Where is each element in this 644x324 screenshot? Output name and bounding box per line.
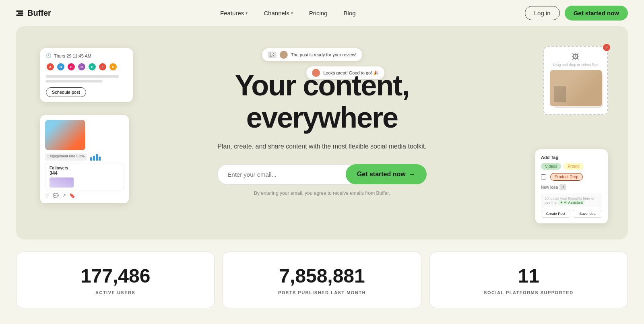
hero-disclaimer: By entering your email, you agree to rec… [217, 190, 426, 196]
drag-image-preview [550, 70, 602, 106]
add-tag-title: Add Tag [541, 155, 602, 160]
new-idea-label: New Idea [541, 185, 558, 190]
get-started-hero-button[interactable]: Get started now → [346, 164, 427, 184]
drag-badge: 2 [603, 44, 610, 51]
avatar: C [67, 62, 76, 71]
tag-footer: Create Post Save Idea [541, 210, 602, 218]
image-icon: 🖼 [550, 53, 601, 61]
videos-tag[interactable]: Videos [541, 163, 561, 170]
line-placeholder [46, 80, 103, 83]
email-input[interactable] [217, 164, 357, 185]
stat-number-platforms: 11 [440, 265, 618, 287]
avatar: G [109, 62, 118, 71]
nav-right: Log in Get started now [525, 6, 628, 21]
stat-label-users: ACTIVE USERS [26, 290, 204, 295]
drag-drop-area[interactable]: 🖼 Drag and drop or select files 2 [543, 46, 608, 115]
followers-box: Followers 344 [45, 163, 124, 190]
product-drop-checkbox[interactable] [541, 173, 546, 181]
avatar: A [46, 62, 55, 71]
add-tag-widget: Add Tag Videos Promo Product Drop New Id… [535, 149, 608, 223]
hero-cta-row: Get started now → [217, 164, 426, 185]
jot-textarea: Jot down your thoughts here or use the ✦… [541, 194, 602, 207]
save-idea-button[interactable]: Save Idea [573, 210, 602, 218]
share-icon: ↗ [62, 193, 66, 198]
hero-subtitle: Plan, create, and share content with the… [217, 142, 426, 151]
clock-icon: 🕐 [46, 53, 52, 58]
stat-number-posts: 7,858,881 [233, 265, 411, 287]
hero-content: Your content, everywhere Plan, create, a… [217, 70, 426, 196]
logo[interactable]: Buffer [16, 8, 51, 18]
drag-drop-widget: 🖼 Drag and drop or select files 2 [543, 46, 608, 118]
hero-title: Your content, everywhere [217, 70, 426, 133]
social-image [45, 120, 85, 150]
stat-card-posts: 7,858,881 POSTS PUBLISHED LAST MONTH [223, 252, 421, 308]
ai-assistant-badge[interactable]: ✦ AI Assistant [557, 200, 585, 205]
followers-label: Followers [50, 166, 120, 170]
arrow-icon: → [409, 171, 415, 178]
avatar: B [56, 62, 65, 71]
stat-card-platforms: 11 SOCIAL PLATFORMS SUPPORTED [429, 252, 628, 308]
get-started-nav-button[interactable]: Get started now [565, 6, 628, 21]
buffer-logo-icon [16, 10, 23, 16]
nav-channels[interactable]: Channels ▾ [257, 6, 299, 20]
navbar: Buffer Features ▾ Channels ▾ Pricing Blo… [0, 0, 644, 26]
image-element [554, 86, 566, 102]
bookmark-icon: 🔖 [69, 193, 75, 198]
idea-icon: ↺ [559, 184, 566, 190]
action-icons-row: ♡ 💬 ↗ 🔖 [45, 193, 124, 198]
nav-features[interactable]: Features ▾ [214, 6, 254, 20]
stat-label-platforms: SOCIAL PLATFORMS SUPPORTED [440, 290, 618, 295]
review-bubble-1: 💬 The post is ready for your review! [262, 48, 362, 61]
new-idea-row: New Idea ↺ [541, 184, 602, 190]
promo-tag[interactable]: Promo [564, 163, 583, 170]
logo-text: Buffer [27, 8, 51, 18]
avatar: E [88, 62, 97, 71]
avatar-row: A B C D E F G [46, 62, 127, 71]
schedule-time: 🕐 Thurs 29 11:45 AM [46, 53, 127, 58]
followers-count: 344 [50, 170, 120, 176]
stats-section: 177,486 ACTIVE USERS 7,858,881 POSTS PUB… [16, 252, 628, 308]
stat-number-users: 177,486 [26, 265, 204, 287]
chevron-down-icon: ▾ [246, 11, 248, 15]
avatar: D [77, 62, 86, 71]
nav-blog[interactable]: Blog [337, 6, 362, 20]
hero-section: 🕐 Thurs 29 11:45 AM A B C D E F G Schedu… [16, 26, 628, 239]
followers-chart [50, 177, 74, 188]
product-drop-tag[interactable]: Product Drop [550, 173, 583, 181]
drag-drop-text: Drag and drop or select files [550, 63, 601, 67]
engagement-stat: Engagement rate 5.3% [45, 153, 87, 161]
schedule-post-button[interactable]: Schedule post [46, 87, 86, 97]
reviewer-avatar [280, 51, 288, 59]
nav-pricing[interactable]: Pricing [303, 6, 334, 20]
stat-label-posts: POSTS PUBLISHED LAST MONTH [233, 290, 411, 295]
schedule-post-widget: 🕐 Thurs 29 11:45 AM A B C D E F G Schedu… [40, 48, 133, 102]
tag-row: Videos Promo [541, 163, 602, 170]
social-stats-row: Engagement rate 5.3% [45, 153, 124, 161]
line-placeholder [46, 75, 119, 78]
message-icon: 💬 [268, 52, 277, 58]
tag-row-2: Product Drop [541, 173, 602, 181]
comment-icon: 💬 [53, 193, 59, 198]
social-stats-widget: Engagement rate 5.3% Followers 344 ♡ 💬 ↗… [40, 115, 129, 203]
create-post-button[interactable]: Create Post [541, 210, 570, 218]
avatar: F [98, 62, 107, 71]
stat-card-users: 177,486 ACTIVE USERS [16, 252, 215, 308]
login-button[interactable]: Log in [525, 6, 560, 20]
heart-icon: ♡ [45, 193, 50, 198]
bar-chart [90, 153, 101, 161]
chevron-down-icon: ▾ [291, 11, 293, 15]
nav-center: Features ▾ Channels ▾ Pricing Blog [214, 6, 362, 20]
